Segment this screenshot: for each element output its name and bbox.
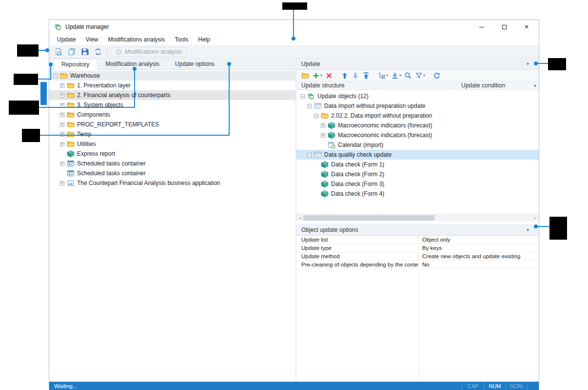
- repository-row-scheduled-tasks-container[interactable]: +Scheduled tasks container: [49, 159, 295, 168]
- column-update-structure[interactable]: Update structure: [301, 82, 345, 89]
- copy-button[interactable]: [65, 46, 78, 57]
- expander-minus-icon[interactable]: −: [300, 94, 305, 99]
- minimize-button[interactable]: [478, 23, 485, 30]
- repository-row-temp[interactable]: +Temp: [49, 129, 295, 139]
- horizontal-scrollbar[interactable]: ◂ ▸: [296, 214, 539, 221]
- scroll-right-icon[interactable]: ▸: [531, 214, 539, 222]
- update-row-macroeconomic-indicators-forecast[interactable]: +Macroeconomic indicators (forecast): [296, 121, 539, 130]
- property-value[interactable]: No: [418, 262, 539, 267]
- expander-plus-icon[interactable]: +: [60, 83, 64, 88]
- update-row-data-check-form-2[interactable]: Data check (Form 2): [296, 169, 539, 179]
- update-row-2-02-2-data-import-without-preparation[interactable]: −2.02.2. Data import without preparation: [296, 111, 539, 121]
- tree-label: Utilities: [77, 141, 96, 147]
- tree-label: Data check (Form 4): [331, 190, 384, 197]
- property-row-pre-cleaning-of-objects-depending-by-the-contents[interactable]: Pre-cleaning of objects depending by the…: [296, 261, 539, 269]
- filter-button[interactable]: ▾: [413, 71, 427, 81]
- property-grid-divider[interactable]: [418, 236, 419, 382]
- move-to-top-button[interactable]: [361, 71, 372, 81]
- expander-minus-icon[interactable]: −: [314, 114, 318, 118]
- update-row-data-quality-check-update[interactable]: −Data quality check update: [296, 150, 539, 160]
- repository-row-the-countepart-financial-analysis-business-application[interactable]: +The Countepart Financial Analysis busin…: [49, 178, 295, 188]
- repository-row-3-system-objects[interactable]: +3. System objects: [49, 100, 295, 110]
- expander-plus-icon[interactable]: +: [60, 132, 64, 137]
- search-button[interactable]: [403, 71, 413, 81]
- tree-view-button[interactable]: ▾: [376, 71, 390, 81]
- property-row-update-method[interactable]: Update methodCreate new objects and upda…: [296, 252, 539, 261]
- callout-dot-modification-analysis-tab: [133, 67, 137, 71]
- close-button[interactable]: ✕: [523, 23, 530, 30]
- maximize-button[interactable]: [501, 23, 508, 30]
- property-value[interactable]: Create new objects and update existing: [418, 253, 539, 259]
- expander-minus-icon[interactable]: −: [307, 104, 312, 108]
- menu-modifications-analysis[interactable]: Modifications analysis: [103, 34, 170, 45]
- scroll-left-icon[interactable]: ◂: [296, 214, 304, 222]
- tree-view-dropdown-icon[interactable]: ▾: [386, 73, 388, 78]
- move-down-button[interactable]: [350, 71, 361, 81]
- add-button[interactable]: ▾: [311, 71, 324, 81]
- update-row-data-import-without-preparation-update[interactable]: −Data import without preparation update: [296, 101, 539, 111]
- repository-row-warehouse[interactable]: −Warehouse: [49, 71, 295, 81]
- object-update-options-title: Object update options: [301, 226, 358, 233]
- expander-plus-icon[interactable]: +: [321, 123, 325, 128]
- tree-label: Express report: [77, 150, 115, 157]
- update-row-data-check-form-4[interactable]: Data check (Form 4): [296, 189, 539, 199]
- expander-plus-icon[interactable]: +: [60, 123, 64, 127]
- menu-update[interactable]: Update: [52, 34, 81, 45]
- expander-plus-icon[interactable]: +: [60, 93, 64, 98]
- callout-dot-update-dropdown: [534, 62, 538, 65]
- left-tab-strip: RepositoryModification analysisUpdate op…: [49, 58, 295, 70]
- menu-tools[interactable]: Tools: [170, 34, 193, 45]
- folder-icon: [60, 72, 68, 80]
- import-dropdown-icon[interactable]: ▾: [399, 73, 401, 78]
- folder-icon: [301, 72, 309, 80]
- repository-row-2-financial-analysis-of-counterparts[interactable]: +2. Financial analysis of counterparts: [49, 90, 295, 100]
- open-folder-button[interactable]: [300, 71, 311, 81]
- delete-button[interactable]: [324, 71, 334, 81]
- expander-plus-icon[interactable]: +: [60, 181, 64, 185]
- move-up-button[interactable]: [339, 71, 350, 81]
- add-dropdown-icon[interactable]: ▾: [320, 73, 322, 78]
- tree-view-icon: [378, 72, 386, 80]
- create-update-button[interactable]: [52, 46, 65, 57]
- menu-help[interactable]: Help: [193, 34, 215, 45]
- update-row-update-objects-12[interactable]: −Update objects (12): [296, 91, 539, 101]
- repository-row-1-presentation-layer[interactable]: +1. Presentation layer: [49, 81, 295, 90]
- expander-plus-icon[interactable]: +: [60, 142, 64, 146]
- repository-row-proc-report-templates[interactable]: +PROC_REPORT_TEMPLATES: [49, 120, 295, 129]
- repository-row-scheduled-tasks-container[interactable]: Scheduled tasks container: [49, 168, 295, 178]
- expander-plus-icon[interactable]: +: [60, 113, 64, 117]
- expander-minus-icon[interactable]: −: [53, 74, 58, 78]
- refresh-button[interactable]: [431, 71, 442, 81]
- property-name: Update type: [296, 245, 418, 251]
- update-condition-dropdown-icon[interactable]: ▾: [534, 83, 536, 88]
- property-row-update-type[interactable]: Update typeBy keys: [296, 244, 539, 252]
- expander-plus-icon[interactable]: +: [60, 162, 64, 166]
- repository-row-utilities[interactable]: +Utilities: [49, 139, 295, 149]
- scrollbar-thumb[interactable]: [303, 215, 434, 221]
- import-button[interactable]: ▾: [390, 71, 403, 81]
- column-update-condition[interactable]: Update condition: [461, 82, 505, 89]
- update-row-macroeconomic-indicators-forecast[interactable]: +Macroeconomic indicators (forecast): [296, 130, 539, 140]
- property-row-update-list[interactable]: Update listObject only: [296, 236, 539, 244]
- modifications-analysis-button[interactable]: Modifications analysis: [111, 47, 187, 57]
- repository-row-express-report[interactable]: Express report: [49, 149, 295, 159]
- expander-minus-icon[interactable]: −: [307, 153, 312, 157]
- property-value[interactable]: By keys: [418, 245, 539, 251]
- save-button[interactable]: [78, 46, 91, 57]
- statusbar-separator: [528, 382, 528, 390]
- callout-box-1: [17, 44, 39, 57]
- filter-dropdown-icon[interactable]: ▾: [423, 73, 425, 78]
- tab-update-options[interactable]: Update options: [167, 58, 222, 69]
- property-value[interactable]: Object only: [418, 237, 539, 243]
- update-row-data-check-form-3[interactable]: Data check (Form 3): [296, 179, 539, 189]
- update-row-calendar-import[interactable]: Calendar (import): [296, 140, 539, 150]
- expander-plus-icon[interactable]: +: [321, 133, 325, 138]
- update-row-data-check-form-1[interactable]: Data check (Form 1): [296, 160, 539, 169]
- synchronize-button[interactable]: [91, 46, 104, 57]
- callout-dot-update-options-tab: [227, 62, 231, 66]
- tab-repository[interactable]: Repository: [53, 59, 98, 70]
- update-pane: Update ▾ ▾▾▾▾ Update structure Update co…: [296, 58, 539, 382]
- object-update-options-dropdown-icon[interactable]: ▾: [527, 227, 535, 232]
- repository-row-components[interactable]: +Components: [49, 110, 295, 120]
- menu-view[interactable]: View: [81, 34, 103, 45]
